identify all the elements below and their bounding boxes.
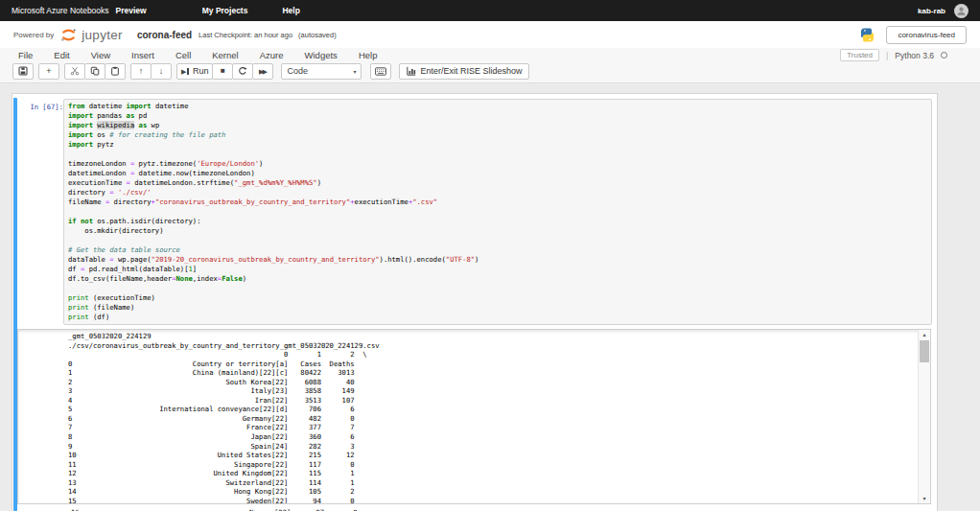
- output-text: _gmt_05032020_224129 ./csv/coronavirus_o…: [18, 330, 930, 504]
- menu-cell[interactable]: Cell: [165, 50, 201, 60]
- checkpoint-status: Last Checkpoint: an hour ago: [198, 31, 292, 39]
- user-avatar[interactable]: [954, 4, 968, 18]
- nav-my-projects[interactable]: My Projects: [202, 6, 248, 15]
- code-line: df.to_csv(fileName,header=None,index=Fal…: [68, 274, 927, 284]
- menu-azure[interactable]: Azure: [249, 50, 294, 60]
- code-line: directory = './csv/': [68, 188, 927, 197]
- cell-input-row: In [67]: from datetime import datetimeim…: [17, 99, 933, 325]
- step-forward-icon: ▶: [181, 68, 186, 75]
- code-line: import os # for creating the file path: [68, 130, 927, 140]
- menu-view[interactable]: View: [81, 50, 121, 60]
- cell-output-row: _gmt_05032020_224129 ./csv/coronavirus_o…: [17, 329, 931, 511]
- code-line: [68, 207, 927, 217]
- menubar: FileEditViewInsertCellKernelAzureWidgets…: [0, 48, 980, 62]
- header-right: coronavirus-feed: [859, 26, 967, 44]
- save-button[interactable]: [12, 63, 34, 80]
- output-area[interactable]: _gmt_05032020_224129 ./csv/coronavirus_o…: [17, 329, 931, 504]
- output-scrollbar[interactable]: ▴ ▾: [918, 330, 930, 503]
- menu-file[interactable]: File: [8, 50, 43, 60]
- kernel-divider: |: [886, 51, 888, 60]
- copy-cell-button[interactable]: [84, 63, 105, 80]
- python-logo: [859, 27, 875, 43]
- menu-edit[interactable]: Edit: [43, 50, 80, 60]
- topbar-user-area: kab-rab: [918, 4, 968, 18]
- menu-widgets[interactable]: Widgets: [294, 50, 348, 60]
- code-line: fileName = directory+"coronavirus_outbre…: [68, 197, 927, 207]
- username[interactable]: kab-rab: [918, 7, 945, 15]
- chevron-down-icon: ▾: [353, 68, 356, 75]
- cell-type-select[interactable]: Code ▾: [281, 63, 362, 80]
- code-line: print (fileName): [68, 303, 927, 313]
- azure-topbar: Microsoft Azure Notebooks Preview My Pro…: [0, 0, 980, 21]
- jupyter-wordmark[interactable]: jupyter: [82, 28, 123, 42]
- code-line: datetimeLondon = datetime.now(timezoneLo…: [68, 169, 927, 178]
- run-button[interactable]: ▶ Run: [176, 63, 213, 80]
- scissors-icon: [70, 66, 80, 76]
- step-forward-bar: [187, 68, 189, 75]
- notebook-container: In [67]: from datetime import datetimeim…: [12, 93, 938, 511]
- copy-icon: [90, 66, 100, 76]
- notebook-header: Powered by jupyter corona-feed Last Chec…: [0, 21, 980, 48]
- code-editor[interactable]: from datetime import datetimeimport pand…: [63, 99, 932, 325]
- rise-slideshow-button[interactable]: Enter/Exit RISE Slideshow: [399, 63, 529, 80]
- plus-icon: +: [46, 67, 51, 76]
- project-button[interactable]: coronavirus-feed: [886, 26, 967, 44]
- arrow-down-icon: ↓: [159, 67, 164, 76]
- powered-by-label: Powered by: [13, 31, 54, 39]
- code-line: [68, 236, 927, 245]
- code-cell[interactable]: In [67]: from datetime import datetimeim…: [13, 99, 933, 511]
- stop-icon: ■: [221, 67, 225, 75]
- notebook-title[interactable]: corona-feed: [137, 30, 192, 40]
- restart-kernel-button[interactable]: [232, 63, 253, 80]
- code-line: # Get the data table source: [68, 245, 927, 255]
- code-line: import wikipedia as wp: [68, 121, 927, 130]
- bar-chart-icon: [407, 66, 416, 76]
- keyboard-icon: [375, 67, 386, 76]
- command-palette-button[interactable]: [370, 63, 391, 80]
- scrollbar-up-icon[interactable]: ▴: [919, 331, 930, 338]
- code-line: dataTable = wp.page("2019-20_coronavirus…: [68, 255, 927, 265]
- code-line: [68, 284, 927, 293]
- menu-insert[interactable]: Insert: [121, 50, 165, 60]
- restart-icon: [238, 66, 247, 76]
- code-line: import pytz: [68, 140, 927, 150]
- cut-cell-button[interactable]: [64, 63, 85, 80]
- jupyter-logo[interactable]: [60, 27, 77, 43]
- move-cell-down-button[interactable]: ↓: [151, 63, 172, 80]
- code-line: print (df): [68, 313, 927, 322]
- kernel-name: Python 3.6: [895, 51, 934, 60]
- paste-icon: [110, 66, 120, 76]
- nav-help[interactable]: Help: [282, 6, 299, 15]
- azure-brand[interactable]: Microsoft Azure Notebooks: [12, 6, 109, 15]
- autosave-status: (autosaved): [298, 31, 337, 39]
- scrollbar-down-icon[interactable]: ▾: [919, 495, 930, 502]
- add-cell-button[interactable]: +: [38, 63, 59, 80]
- trusted-badge[interactable]: Trusted: [840, 49, 879, 61]
- code-line: print (executionTime): [68, 293, 927, 303]
- clipped-output-text: 16 Norway[22] 87 0: [21, 506, 929, 511]
- kernel-status-icon: [941, 52, 947, 58]
- restart-run-all-button[interactable]: ▶▶: [252, 63, 273, 80]
- topbar-nav: My Projects Help: [202, 6, 300, 15]
- menubar-right: Trusted | Python 3.6: [840, 49, 947, 61]
- clipped-output-row: 16 Norway[22] 87 0: [21, 506, 929, 511]
- input-prompt: In [67]:: [17, 99, 63, 325]
- preview-label: Preview: [116, 6, 147, 15]
- code-line: from datetime import datetime: [68, 102, 927, 111]
- menu-kernel[interactable]: Kernel: [201, 50, 248, 60]
- arrow-up-icon: ↑: [139, 67, 144, 76]
- interrupt-kernel-button[interactable]: ■: [212, 63, 233, 80]
- toolbar: + ↑ ↓: [0, 62, 980, 83]
- paste-cell-button[interactable]: [105, 63, 126, 80]
- menu-help[interactable]: Help: [348, 50, 388, 60]
- cell-type-value: Code: [287, 66, 308, 76]
- code-line: import pandas as pd: [68, 111, 927, 121]
- code-line: os.mkdir(directory): [68, 226, 927, 236]
- move-cell-up-button[interactable]: ↑: [130, 63, 152, 80]
- save-icon: [18, 66, 28, 76]
- menubar-items: FileEditViewInsertCellKernelAzureWidgets…: [8, 50, 387, 60]
- code-line: [68, 150, 927, 159]
- output-scrollbar-thumb[interactable]: [920, 340, 929, 362]
- code-line: timezoneLondon = pytz.timezone('Europe/L…: [68, 159, 927, 169]
- code-line: if not os.path.isdir(directory):: [68, 217, 927, 226]
